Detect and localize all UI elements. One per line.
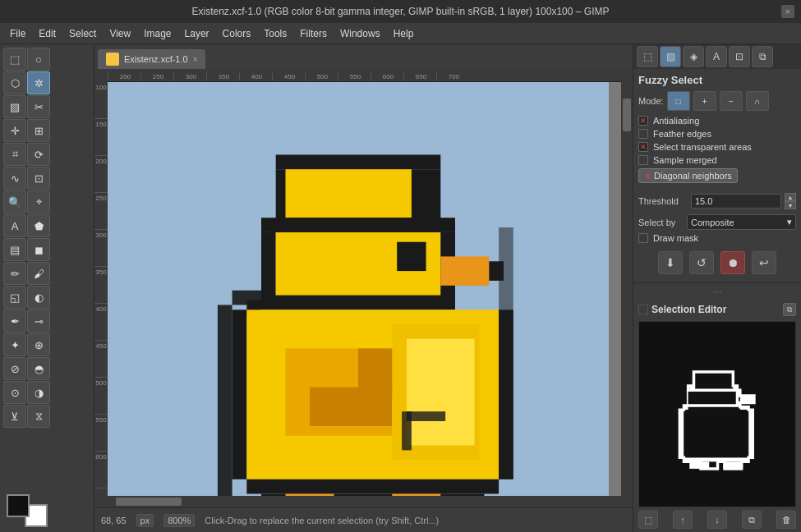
- menu-view[interactable]: View: [103, 26, 137, 41]
- se-lower-button[interactable]: ↓: [707, 511, 727, 529]
- mode-intersect-button[interactable]: ∩: [746, 91, 769, 111]
- record-button[interactable]: ⏺: [720, 251, 745, 274]
- panel-tab-brushes[interactable]: ◈: [683, 46, 704, 67]
- tool-crop[interactable]: ⌗: [3, 143, 26, 166]
- se-new-button[interactable]: ⬚: [638, 511, 658, 529]
- panel-tab-document[interactable]: ⊡: [729, 46, 750, 67]
- tool-airbrush[interactable]: ◐: [27, 286, 50, 309]
- se-delete-button[interactable]: 🗑: [776, 511, 796, 529]
- svg-rect-31: [232, 291, 261, 305]
- tool-free-select[interactable]: ⬡: [3, 71, 26, 94]
- menu-select[interactable]: Select: [62, 26, 103, 41]
- tool-clone[interactable]: ⊕: [27, 333, 50, 356]
- tool-ink[interactable]: ✒: [3, 310, 26, 332]
- tool-move[interactable]: ✛: [3, 119, 26, 142]
- tool-transform[interactable]: ⟳: [27, 143, 50, 166]
- menu-help[interactable]: Help: [387, 26, 421, 41]
- diagonal-neighbors-container: ✕ Diagonal neighbors: [638, 168, 796, 188]
- threshold-down[interactable]: ▼: [785, 201, 796, 209]
- tool-rect-select[interactable]: ⬚: [3, 48, 26, 71]
- panel-tabs: ⬚ ▨ ◈ A ⊡ ⧉: [633, 44, 801, 69]
- tool-perspective-clone[interactable]: ⊘: [3, 357, 26, 380]
- feather-edges-checkbox[interactable]: [638, 129, 648, 139]
- canvas-row: 100 150 200 250 300 350 400 450 500 550 …: [94, 82, 633, 496]
- refresh-button[interactable]: ↺: [689, 251, 714, 274]
- tool-mypaint[interactable]: ⊸: [27, 310, 50, 332]
- ruler-horizontal: 200 250 300 350 400 450 500 550 600 650 …: [108, 69, 621, 82]
- tool-text[interactable]: A: [3, 214, 26, 237]
- select-by-dropdown[interactable]: Composite ▾: [687, 214, 796, 230]
- scrollbar-vertical[interactable]: [621, 82, 633, 496]
- scroll-thumb-v[interactable]: [623, 99, 631, 131]
- panel-tab-tool-options[interactable]: ▨: [660, 46, 681, 67]
- canvas-viewport[interactable]: [108, 82, 633, 496]
- menu-filters[interactable]: Filters: [293, 26, 334, 41]
- menu-tools[interactable]: Tools: [257, 26, 293, 41]
- tool-smudge[interactable]: ⊙: [3, 381, 26, 404]
- selection-editor-header: Selection Editor ⧉: [638, 303, 796, 316]
- threshold-label: Threshold: [638, 196, 688, 206]
- tool-measure[interactable]: ⌖: [27, 190, 50, 213]
- draw-mask-label: Draw mask: [653, 233, 698, 243]
- menu-layer[interactable]: Layer: [178, 26, 216, 41]
- scrollbar-horizontal[interactable]: [108, 496, 621, 507]
- sample-merged-checkbox[interactable]: [638, 155, 648, 165]
- reset-button[interactable]: ↩: [752, 251, 776, 274]
- panel-separator: ···: [633, 285, 801, 298]
- tool-scissors[interactable]: ✂: [27, 95, 50, 118]
- tool-blur[interactable]: ◓: [27, 357, 50, 380]
- menu-edit[interactable]: Edit: [32, 26, 62, 41]
- select-transparent-checkbox[interactable]: ✕: [638, 142, 648, 152]
- scroll-thumb-h[interactable]: [116, 498, 182, 506]
- se-duplicate-button[interactable]: ⧉: [742, 511, 762, 529]
- fg-bg-color-selector[interactable]: [7, 494, 48, 527]
- zoom-selector[interactable]: 800%: [163, 514, 195, 527]
- mode-add-button[interactable]: +: [693, 91, 716, 111]
- se-raise-button[interactable]: ↑: [673, 511, 693, 529]
- tool-ellipse-select[interactable]: ○: [27, 48, 50, 71]
- canvas-tab-main[interactable]: Existenz.xcf-1.0 ×: [98, 49, 205, 69]
- panel-tab-fonts[interactable]: A: [706, 46, 727, 67]
- tool-gegl[interactable]: ⬟: [27, 214, 50, 237]
- window-title: Existenz.xcf-1.0 (RGB color 8-bit gamma …: [192, 6, 610, 17]
- antialiasing-row: ✕ Antialiasing: [638, 116, 796, 126]
- tool-by-color[interactable]: ▨: [3, 95, 26, 118]
- tool-color-balance[interactable]: ⧖: [27, 405, 50, 428]
- tool-paintbrush[interactable]: 🖌: [27, 262, 50, 285]
- diagonal-neighbors-tag[interactable]: ✕ Diagonal neighbors: [638, 168, 738, 183]
- menu-image[interactable]: Image: [137, 26, 177, 41]
- tool-handle-transform[interactable]: ⊡: [27, 167, 50, 190]
- scrollbar-horizontal-row: [94, 496, 633, 507]
- unit-selector[interactable]: px: [136, 514, 154, 527]
- tool-warp[interactable]: ∿: [3, 167, 26, 190]
- tool-fuzzy-select[interactable]: ✲: [27, 71, 50, 94]
- antialiasing-checkbox[interactable]: ✕: [638, 116, 648, 126]
- tool-dodge[interactable]: ◑: [27, 381, 50, 404]
- duck-canvas: [108, 82, 609, 496]
- tool-zoom[interactable]: 🔍: [3, 190, 26, 213]
- mode-replace-button[interactable]: □: [667, 91, 690, 111]
- menu-file[interactable]: File: [3, 26, 32, 41]
- threshold-input[interactable]: [691, 194, 781, 209]
- menu-colors[interactable]: Colors: [216, 26, 258, 41]
- tool-align[interactable]: ⊞: [27, 119, 50, 142]
- selection-editor-expand[interactable]: ⧉: [783, 303, 796, 316]
- antialiasing-label: Antialiasing: [653, 116, 699, 126]
- select-transparent-row: ✕ Select transparent areas: [638, 142, 796, 152]
- save-preset-button[interactable]: ⬇: [658, 251, 683, 274]
- menu-windows[interactable]: Windows: [334, 26, 387, 41]
- mode-subtract-button[interactable]: −: [720, 91, 743, 111]
- foreground-color[interactable]: [7, 494, 30, 517]
- draw-mask-checkbox[interactable]: [638, 233, 648, 243]
- close-button[interactable]: ×: [781, 5, 794, 18]
- tool-pencil[interactable]: ✏: [3, 262, 26, 285]
- tool-bucket[interactable]: ▤: [3, 238, 26, 261]
- panel-tab-expand[interactable]: ⧉: [752, 46, 773, 67]
- panel-tab-layers[interactable]: ⬚: [637, 46, 658, 67]
- tool-heal[interactable]: ✦: [3, 333, 26, 356]
- tool-colorpick[interactable]: ⊻: [3, 405, 26, 428]
- tool-eraser[interactable]: ◱: [3, 286, 26, 309]
- threshold-up[interactable]: ▲: [785, 193, 796, 201]
- tab-close-button[interactable]: ×: [193, 55, 198, 64]
- tool-gradient[interactable]: ◼: [27, 238, 50, 261]
